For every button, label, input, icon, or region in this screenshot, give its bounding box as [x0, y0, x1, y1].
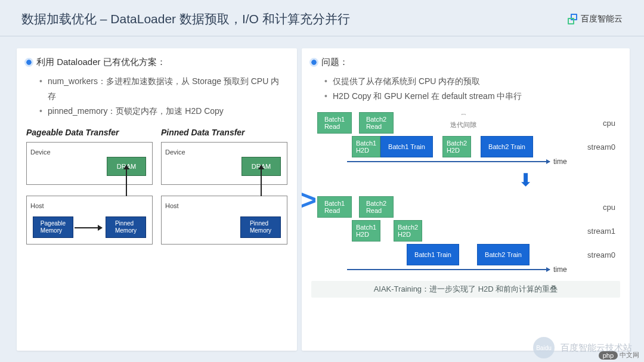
lane-label-cpu: cpu: [603, 203, 615, 212]
pinned-memory-block: Pinned Memory: [106, 216, 146, 238]
arrow-up-icon: [126, 165, 127, 196]
bullet-icon: [311, 60, 317, 65]
block-batch2-read: Batch2 Read: [359, 112, 394, 134]
timeline-stream0-row: Batch1 H2D Batch1 Train Batch2 H2D Batch…: [311, 135, 620, 159]
lane-label-stream0: stream0: [587, 143, 615, 151]
list-item: pinned_memory：页锁定内存，加速 H2D Copy: [39, 104, 287, 119]
block-batch1-h2d: Batch1 H2D: [352, 220, 380, 242]
right-panel: 问题： 仅提供了从存储系统到 CPU 内存的预取 H2D Copy 和 GPU …: [302, 48, 630, 351]
list-item: 仅提供了从存储系统到 CPU 内存的预取: [324, 74, 620, 89]
big-arrow-down-icon: ⬇: [431, 169, 620, 190]
host-label: Host: [30, 202, 44, 209]
block-batch2-train: Batch2 Train: [481, 136, 533, 157]
lane-label-stream1: stream1: [587, 227, 615, 236]
pageable-memory-block: Pageable Memory: [33, 216, 73, 238]
body: 利用 Dataloader 已有优化方案： num_workers：多进程加速数…: [0, 36, 644, 362]
device-label: Device: [165, 148, 185, 156]
timeline-after: Batch1 Read Batch2 Read cpu Batch1 H2D B…: [311, 195, 620, 275]
host-label: Host: [165, 202, 179, 209]
block-batch2-train: Batch2 Train: [477, 244, 530, 265]
header: 数据加载优化 – DataLoader 数据预取，I/O 和计算充分并行 百度智…: [0, 0, 644, 36]
timeline-cpu-row: Batch1 Read Batch2 Read ⎴迭代间隙 cpu: [311, 111, 620, 135]
time-axis-label: time: [553, 157, 567, 166]
brand-logo-icon: [568, 14, 578, 24]
time-axis: time: [311, 267, 620, 275]
device-box: Device DRAM: [26, 142, 153, 185]
iteration-gap-label: ⎴迭代间隙: [442, 113, 484, 129]
left-panel-header: 利用 Dataloader 已有优化方案：: [26, 57, 287, 68]
list-item: H2D Copy 和 GPU Kernel 在 default stream 中…: [324, 89, 620, 104]
left-list: num_workers：多进程加速数据读，从 Storage 预取到 CPU 内…: [26, 74, 287, 119]
block-batch2-read: Batch2 Read: [359, 196, 394, 218]
bullet-icon: [26, 60, 32, 65]
block-batch1-train: Batch1 Train: [407, 244, 459, 265]
slide-title: 数据加载优化 – DataLoader 数据预取，I/O 和计算充分并行: [21, 11, 350, 27]
timeline-stream0-row: Batch1 Train Batch2 Train stream0: [311, 243, 620, 267]
block-batch1-read: Batch1 Read: [317, 112, 352, 134]
timeline-stream1-row: Batch1 H2D Batch2 H2D stream1: [311, 219, 620, 243]
pageable-diagram: Pageable Data Transfer Device DRAM Host …: [26, 128, 153, 245]
time-axis-label: time: [553, 265, 567, 274]
php-suffix: 中文网: [620, 351, 639, 360]
right-panel-header: 问题：: [311, 57, 620, 68]
lane-label-cpu: cpu: [603, 119, 615, 128]
host-box: Host Pageable Memory Pinned Memory: [26, 196, 153, 245]
lane-label-stream0: stream0: [587, 250, 615, 259]
host-box: Host Pinned Memory: [161, 196, 287, 245]
pinned-memory-block: Pinned Memory: [240, 216, 281, 238]
block-batch2-h2d: Batch2 H2D: [394, 220, 422, 242]
brand-logo-text: 百度智能云: [581, 14, 623, 24]
brand-logo: 百度智能云: [568, 14, 623, 24]
slide: 数据加载优化 – DataLoader 数据预取，I/O 和计算充分并行 百度智…: [0, 0, 644, 362]
timeline-cpu-row: Batch1 Read Batch2 Read cpu: [311, 195, 620, 219]
left-panel: 利用 Dataloader 已有优化方案： num_workers：多进程加速数…: [17, 48, 297, 351]
block-batch1-train: Batch1 Train: [380, 136, 433, 157]
php-watermark: php 中文网: [599, 351, 639, 360]
right-list: 仅提供了从存储系统到 CPU 内存的预取 H2D Copy 和 GPU Kern…: [311, 74, 620, 104]
arrow-up-icon: [261, 165, 262, 196]
arrow-right-icon: [75, 227, 102, 228]
pinned-diagram: Pinned Data Transfer Device DRAM Host Pi…: [161, 128, 287, 245]
timeline-before: Batch1 Read Batch2 Read ⎴迭代间隙 cpu Batch1…: [311, 111, 620, 167]
diagram-title: Pinned Data Transfer: [161, 128, 287, 137]
watermark-logo-icon: Baidu: [533, 337, 555, 358]
time-axis: time: [311, 159, 620, 167]
list-item: num_workers：多进程加速数据读，从 Storage 预取到 CPU 内…: [39, 74, 287, 104]
left-panel-title: 利用 Dataloader 已有优化方案：: [36, 57, 166, 68]
block-batch2-h2d: Batch2 H2D: [442, 136, 471, 157]
block-batch1-h2d: Batch1 H2D: [352, 136, 380, 157]
diagram-title: Pageable Data Transfer: [26, 128, 153, 137]
device-box: Device DRAM: [161, 142, 287, 185]
block-batch1-read: Batch1 Read: [317, 196, 352, 218]
transfer-diagrams: Pageable Data Transfer Device DRAM Host …: [26, 128, 287, 245]
php-pill: php: [599, 351, 618, 360]
right-panel-title: 问题：: [321, 57, 348, 68]
device-label: Device: [30, 148, 51, 156]
footer-note: AIAK-Training：进一步实现了 H2D 和前向计算的重叠: [311, 281, 620, 298]
